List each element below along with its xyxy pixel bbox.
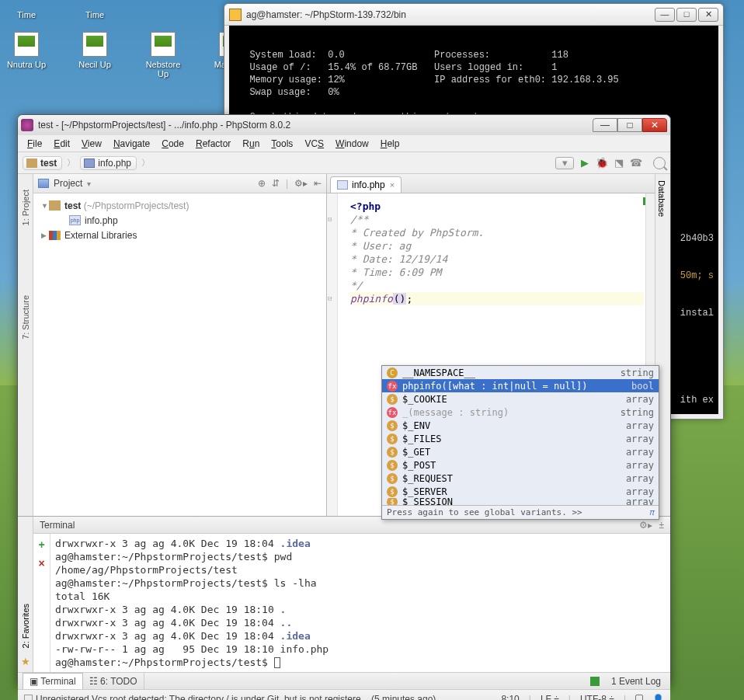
hector-icon[interactable]: 👤 <box>652 694 664 701</box>
sidebar-database[interactable]: Database <box>657 180 666 217</box>
bottom-tab-todo[interactable]: ☷ 6: TODO <box>83 673 144 689</box>
star-icon: ★ <box>21 656 30 667</box>
autocomplete-item[interactable]: fxphpinfo([what : int|null = null])bool <box>382 379 659 392</box>
autocomplete-item[interactable]: $$_FILESarray <box>382 432 659 445</box>
autocomplete-item[interactable]: $$_GETarray <box>382 445 659 458</box>
listener-button[interactable]: ☎ <box>630 157 642 169</box>
terminal-gutter: + × <box>33 534 50 672</box>
menu-refactor[interactable]: Refactor <box>191 137 235 151</box>
autocomplete-item[interactable]: $$_REQUESTarray <box>382 472 659 485</box>
hide-icon[interactable]: ± <box>659 520 664 531</box>
minimize-button[interactable]: — <box>655 8 675 22</box>
encoding[interactable]: UTF-8 ÷ <box>580 694 614 701</box>
close-button[interactable]: ✕ <box>698 8 718 22</box>
bottom-toolbar: ▣ Terminal ☷ 6: TODO 1 Event Log <box>18 672 670 689</box>
folder-icon <box>49 200 61 211</box>
tree-external[interactable]: ▶External Libraries <box>41 228 318 242</box>
run-config-dropdown[interactable]: ▾ <box>555 157 574 169</box>
desktop-icon[interactable]: Time <box>72 0 117 19</box>
phpstorm-icon <box>21 119 33 131</box>
editor-tab[interactable]: info.php× <box>330 176 402 193</box>
dropdown-icon[interactable]: ▾ <box>87 179 91 188</box>
autocomplete-item[interactable]: $$_POSTarray <box>382 458 659 472</box>
putty-icon <box>229 9 242 21</box>
type-icon: $ <box>387 434 398 444</box>
type-icon: fx <box>387 381 398 392</box>
menu-edit[interactable]: Edit <box>49 137 75 151</box>
phpstorm-titlebar[interactable]: test - [~/PhpstormProjects/test] - .../i… <box>18 115 670 135</box>
close-button[interactable]: ✕ <box>642 118 667 132</box>
project-tree: ▼test (~/PhpstormProjects/test) phpinfo.… <box>33 193 326 247</box>
lock-icon[interactable] <box>635 695 643 701</box>
menu-vcs[interactable]: VCS <box>300 137 329 151</box>
terminal-output[interactable]: drwxrwxr-x 3 ag ag 4.0K Dec 19 18:04 .id… <box>50 534 670 672</box>
desktop-icon[interactable]: Necil Up <box>72 32 117 78</box>
autocomplete-item[interactable]: $$_COOKIEarray <box>382 392 659 406</box>
menu-tools[interactable]: Tools <box>266 137 297 151</box>
minimize-button[interactable]: — <box>593 118 617 132</box>
autocomplete-item[interactable]: C__NAMESPACE__string <box>382 366 659 379</box>
line-ending[interactable]: LF ÷ <box>541 694 559 701</box>
gutter: ⊟⊟ <box>328 213 332 305</box>
coverage-button[interactable]: ⬔ <box>613 157 625 169</box>
terminal-titlebar[interactable]: ag@hamster: ~/PhpStorm-139.732/bin — □ ✕ <box>224 4 723 26</box>
terminal-panel: 2: Favorites ★ Terminal ⚙▸± + × drwxrwxr… <box>18 516 670 672</box>
search-icon[interactable] <box>653 157 666 169</box>
sidebar-favorites[interactable]: 2: Favorites <box>21 604 30 648</box>
folder-icon <box>26 158 37 168</box>
toolwindow-toggle-icon[interactable] <box>24 695 33 700</box>
scroll-icon[interactable]: ⇵ <box>272 178 280 189</box>
php-icon <box>337 180 348 190</box>
bottom-tab-terminal[interactable]: ▣ Terminal <box>23 673 83 689</box>
add-terminal-icon[interactable]: + <box>38 538 44 551</box>
breadcrumb-root[interactable]: test <box>23 156 62 170</box>
desktop-icon-label: Time <box>72 10 117 19</box>
close-tab-icon[interactable]: × <box>390 180 395 190</box>
gear-icon[interactable]: ⚙▸ <box>639 520 652 531</box>
desktop-icon[interactable]: Nnutra Up <box>4 32 49 78</box>
autocomplete-item[interactable]: fx_(message : string)string <box>382 406 659 419</box>
tree-file[interactable]: phpinfo.php <box>41 213 318 228</box>
project-header-label: Project <box>54 178 82 189</box>
sidebar-structure[interactable]: 7: Structure <box>21 295 30 340</box>
type-icon: $ <box>387 486 398 497</box>
run-button[interactable]: ▶ <box>579 157 591 169</box>
cursor-position[interactable]: 8:10 <box>501 694 519 701</box>
php-icon: php <box>69 215 81 225</box>
menu-file[interactable]: File <box>23 137 47 151</box>
menu-window[interactable]: Window <box>331 137 374 151</box>
breadcrumb-file[interactable]: info.php <box>80 156 137 170</box>
chevron-right-icon: 〉 <box>67 157 75 169</box>
desktop-icon-label: Nnutra Up <box>4 60 49 69</box>
event-log-button[interactable]: 1 Event Log <box>611 676 661 687</box>
debug-button[interactable]: 🐞 <box>596 157 608 169</box>
desktop-icons-row2: Nnutra Up Necil Up Nebstore Up Mage Up <box>0 28 258 82</box>
maximize-button[interactable]: □ <box>617 118 642 132</box>
menu-code[interactable]: Code <box>157 137 189 151</box>
menu-navigate[interactable]: Navigate <box>109 137 155 151</box>
chevron-right-icon: 〉 <box>141 157 150 169</box>
autocomplete-item[interactable]: $$_SESSIONarray <box>382 498 659 505</box>
autocomplete-popup: C__NAMESPACE__stringfxphpinfo([what : in… <box>381 365 659 520</box>
sidebar-project[interactable]: 1: Project <box>21 190 30 225</box>
menu-help[interactable]: Help <box>376 137 405 151</box>
autocomplete-item[interactable]: $$_ENVarray <box>382 419 659 432</box>
close-terminal-icon[interactable]: × <box>38 557 44 569</box>
hide-icon[interactable]: ⇤ <box>314 178 322 189</box>
status-message[interactable]: Unregistered Vcs root detected: The dire… <box>36 694 436 701</box>
collapse-icon[interactable]: ⊕ <box>258 178 266 189</box>
tree-root[interactable]: ▼test (~/PhpstormProjects/test) <box>41 198 318 213</box>
menu-view[interactable]: View <box>77 137 106 151</box>
menu-run[interactable]: Run <box>238 137 264 151</box>
pi-icon[interactable]: π <box>648 507 654 517</box>
type-icon: $ <box>387 473 398 484</box>
type-icon: $ <box>387 420 398 431</box>
desktop-icon[interactable]: Nebstore Up <box>141 32 186 78</box>
autocomplete-item[interactable]: $$_SERVERarray <box>382 485 659 498</box>
desktop-icons-row1: Time Time <box>0 0 121 23</box>
library-icon <box>49 231 61 240</box>
gear-icon[interactable]: ⚙▸ <box>294 178 308 189</box>
maximize-button[interactable]: □ <box>676 8 697 22</box>
autocomplete-footer: Press again to see global variants. >>π <box>382 505 659 519</box>
desktop-icon[interactable]: Time <box>4 0 49 19</box>
